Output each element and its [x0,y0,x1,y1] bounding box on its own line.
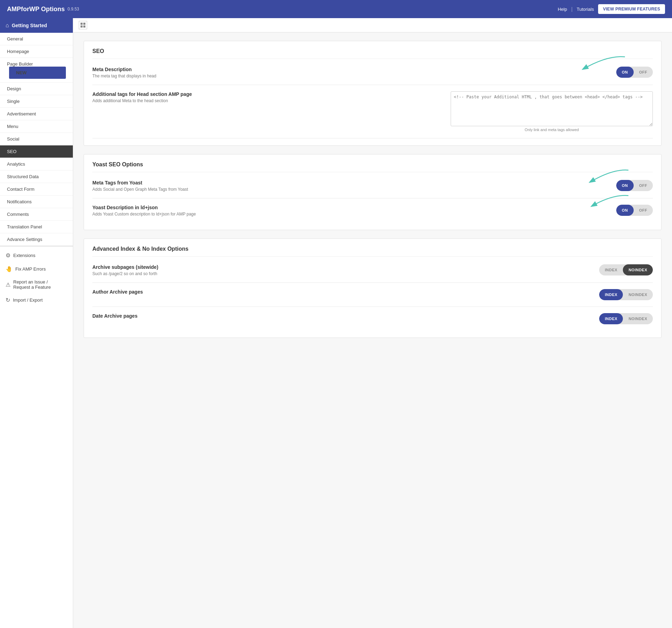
meta-description-row: Meta Description The meta tag that displ… [92,60,653,85]
author-archive-label-group: Author Archive pages [92,289,143,296]
premium-button[interactable]: VIEW PREMIUM FEATURES [598,4,665,14]
fix-amp-label: Fix AMP Errors [15,266,46,272]
archive-subpages-control: INDEX NOINDEX [599,264,653,275]
date-noindex-btn[interactable]: NOINDEX [623,313,653,324]
yoast-description-toggle[interactable]: ON OFF [616,205,653,216]
archive-subpages-toggle[interactable]: INDEX NOINDEX [599,264,653,275]
sidebar-item-translation-panel[interactable]: Translation Panel [0,221,73,233]
sidebar-item-advertisement[interactable]: Advertisement [0,108,73,120]
meta-tags-yoast-toggle[interactable]: ON OFF [616,180,653,191]
date-archive-row: Date Archive pages INDEX NOINDEX [92,307,653,331]
header-version: 0.9.53 [68,7,79,12]
archive-noindex-btn[interactable]: NOINDEX [623,264,653,275]
getting-started-label: Getting Started [12,23,47,28]
archive-subpages-desc: Such as /page/2 so on and so forth [92,271,158,276]
sidebar-item-structured-data[interactable]: Structured Data [0,171,73,183]
sidebar-item-page-builder[interactable]: Page Builder NEW [0,58,73,83]
grid-view-icon[interactable] [79,21,87,29]
archive-subpages-label: Archive subpages (sitewide) [92,264,158,270]
sidebar-item-advance-settings[interactable]: Advance Settings [0,233,73,246]
content-toolbar [73,18,672,32]
meta-description-off-btn[interactable]: OFF [634,67,653,78]
meta-description-label-group: Meta Description The meta tag that displ… [92,67,156,78]
svg-rect-2 [81,25,83,28]
sidebar-item-import-export[interactable]: ↻ Import / Export [0,293,73,307]
sidebar: ⌂ Getting Started General Homepage Page … [0,18,73,628]
sidebar-item-social[interactable]: Social [0,133,73,145]
meta-tags-yoast-off-btn[interactable]: OFF [634,180,653,191]
yoast-description-on-btn[interactable]: ON [616,205,634,216]
meta-description-control: ON OFF [616,67,653,78]
sidebar-item-homepage[interactable]: Homepage [0,45,73,58]
date-archive-label: Date Archive pages [92,313,137,319]
main-layout: ⌂ Getting Started General Homepage Page … [0,18,672,628]
author-noindex-btn[interactable]: NOINDEX [623,289,653,300]
date-archive-label-group: Date Archive pages [92,313,137,320]
sidebar-extensions-section: ⚙ Extensions 🤚 Fix AMP Errors ⚠ Report a… [0,246,73,309]
svg-rect-1 [83,23,85,25]
app-header: AMPforWP Options 0.9.53 Help | Tutorials… [0,0,672,18]
sidebar-item-single[interactable]: Single [0,95,73,108]
advanced-index-title: Advanced Index & No Index Options [92,246,653,257]
header-right: Help | Tutorials VIEW PREMIUM FEATURES [558,4,665,14]
date-index-btn[interactable]: INDEX [599,313,623,324]
author-archive-label: Author Archive pages [92,289,143,295]
meta-description-toggle[interactable]: ON OFF [616,67,653,78]
seo-section: SEO Meta Description The meta tag that d… [84,41,662,146]
header-left: AMPforWP Options 0.9.53 [7,6,79,13]
sidebar-item-menu[interactable]: Menu [0,120,73,133]
date-archive-toggle[interactable]: INDEX NOINDEX [599,313,653,324]
yoast-title: Yoast SEO Options [92,161,653,172]
tutorials-link[interactable]: Tutorials [577,7,594,12]
seo-title: SEO [92,48,653,59]
sidebar-item-analytics[interactable]: Analytics [0,158,73,171]
yoast-description-control: ON OFF [616,205,653,216]
new-badge: NEW [9,67,66,79]
sidebar-item-getting-started[interactable]: ⌂ Getting Started [0,18,73,33]
yoast-description-off-btn[interactable]: OFF [634,205,653,216]
sidebar-item-fix-amp[interactable]: 🤚 Fix AMP Errors [0,262,73,276]
author-archive-toggle[interactable]: INDEX NOINDEX [599,289,653,300]
sidebar-item-notifications[interactable]: Notifications [0,196,73,208]
meta-tags-yoast-control: ON OFF [616,180,653,191]
archive-index-btn[interactable]: INDEX [599,264,623,275]
sidebar-nav: General Homepage Page Builder NEW Design… [0,33,73,246]
meta-tags-yoast-desc: Adds Social and Open Graph Meta Tags fro… [92,187,188,192]
meta-description-desc: The meta tag that displays in head [92,74,156,78]
sidebar-item-extensions[interactable]: ⚙ Extensions [0,249,73,262]
extensions-label: Extensions [13,253,36,258]
report-label-group: Report an Issue / Request a Feature [13,279,51,290]
header-title: AMPforWP Options [7,6,65,13]
gear-icon: ⚙ [6,252,10,259]
meta-description-label: Meta Description [92,67,156,72]
meta-description-on-btn[interactable]: ON [616,67,634,78]
archive-subpages-label-group: Archive subpages (sitewide) Such as /pag… [92,264,158,276]
sidebar-item-contact-form[interactable]: Contact Form [0,183,73,196]
archive-subpages-row: Archive subpages (sitewide) Such as /pag… [92,258,653,283]
svg-rect-0 [81,23,83,25]
advanced-index-section: Advanced Index & No Index Options Archiv… [84,239,662,338]
report-line1: Report an Issue / [13,279,51,285]
author-archive-row: Author Archive pages INDEX NOINDEX [92,283,653,307]
import-export-label: Import / Export [13,297,43,303]
sidebar-item-general[interactable]: General [0,33,73,45]
main-content: SEO Meta Description The meta tag that d… [73,18,672,628]
additional-tags-hint: Only link and meta tags allowed [451,128,653,132]
help-link[interactable]: Help [558,7,567,12]
meta-tags-yoast-on-btn[interactable]: ON [616,180,634,191]
sidebar-item-comments[interactable]: Comments [0,208,73,221]
svg-rect-3 [83,25,85,28]
author-archive-control: INDEX NOINDEX [599,289,653,300]
sidebar-item-design[interactable]: Design [0,83,73,95]
author-index-btn[interactable]: INDEX [599,289,623,300]
date-archive-control: INDEX NOINDEX [599,313,653,324]
additional-tags-desc: Adds additional Meta to the head section [92,98,192,103]
hand-icon: 🤚 [6,266,13,272]
meta-tags-yoast-label-group: Meta Tags from Yoast Adds Social and Ope… [92,180,188,192]
meta-tags-yoast-label: Meta Tags from Yoast [92,180,188,186]
additional-tags-control: Only link and meta tags allowed [451,91,653,132]
additional-tags-textarea[interactable] [451,91,653,126]
sidebar-item-seo[interactable]: SEO [0,145,73,158]
yoast-description-label-group: Yoast Description in ld+json Adds Yoast … [92,205,196,217]
sidebar-item-report[interactable]: ⚠ Report an Issue / Request a Feature [0,276,73,293]
